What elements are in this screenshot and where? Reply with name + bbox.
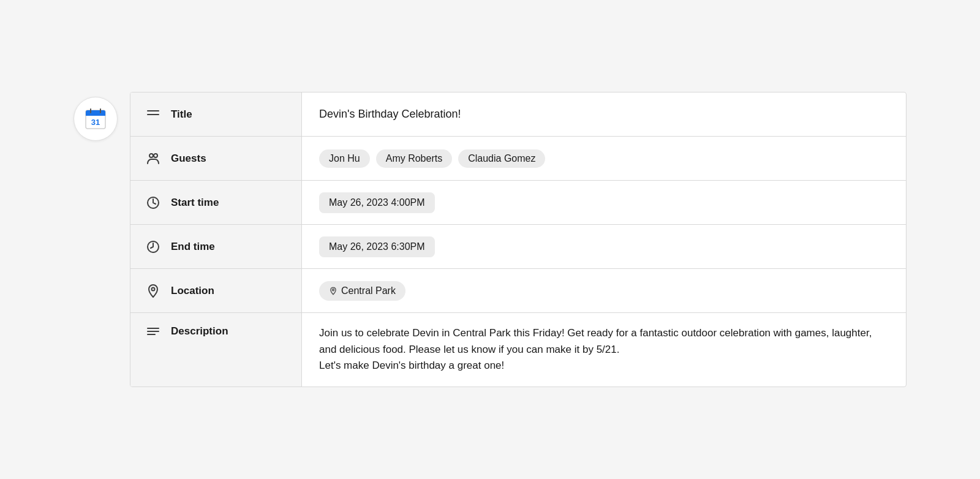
end-time-row: End time May 26, 2023 6:30PM — [130, 225, 906, 269]
svg-point-13 — [333, 289, 334, 291]
svg-point-9 — [154, 154, 157, 157]
guests-label-cell: Guests — [130, 137, 302, 180]
description-text: Join us to celebrate Devin in Central Pa… — [319, 325, 889, 374]
guest-chip-2: Claudia Gomez — [458, 149, 545, 168]
guest-chip-1: Amy Roberts — [376, 149, 452, 168]
card-container: 31 Title Devin's Birthday Celebration! — [61, 80, 919, 399]
svg-text:31: 31 — [91, 118, 100, 127]
location-label-text: Location — [171, 285, 214, 297]
svg-point-8 — [149, 154, 153, 157]
location-row: Location Central Park — [130, 269, 906, 313]
start-time-row: Start time May 26, 2023 4:00PM — [130, 181, 906, 225]
location-value: Central Park — [302, 270, 906, 312]
end-time-icon — [145, 240, 161, 254]
guests-icon — [145, 151, 161, 166]
title-row: Title Devin's Birthday Celebration! — [130, 92, 906, 137]
svg-rect-2 — [86, 114, 105, 116]
description-row: Description Join us to celebrate Devin i… — [130, 313, 906, 386]
guests-label-text: Guests — [171, 153, 206, 165]
description-label-text: Description — [171, 325, 228, 338]
description-value: Join us to celebrate Devin in Central Pa… — [302, 313, 906, 386]
title-value: Devin's Birthday Celebration! — [302, 97, 906, 132]
end-time-label-cell: End time — [130, 225, 302, 268]
description-icon — [145, 325, 161, 340]
description-label-cell: Description — [130, 313, 302, 386]
title-label-cell: Title — [130, 92, 302, 136]
location-chip: Central Park — [319, 281, 405, 301]
guests-value: Jon Hu Amy Roberts Claudia Gomez — [302, 138, 906, 179]
title-label-text: Title — [171, 108, 192, 121]
end-time-value: May 26, 2023 6:30PM — [302, 225, 906, 268]
location-chip-pin-icon — [329, 287, 337, 295]
event-table: Title Devin's Birthday Celebration! — [130, 92, 907, 387]
end-time-label-text: End time — [171, 241, 215, 253]
svg-point-12 — [152, 287, 155, 290]
start-time-label-text: Start time — [171, 197, 219, 209]
guest-chip-0: Jon Hu — [319, 149, 370, 168]
calendar-icon-wrapper: 31 — [74, 97, 118, 141]
location-icon — [145, 284, 161, 298]
guests-row: Guests Jon Hu Amy Roberts Claudia Gomez — [130, 137, 906, 181]
calendar-icon: 31 — [85, 108, 107, 130]
start-time-icon — [145, 195, 161, 210]
location-label-cell: Location — [130, 269, 302, 312]
start-time-label-cell: Start time — [130, 181, 302, 224]
guest-chips-list: Jon Hu Amy Roberts Claudia Gomez — [319, 149, 889, 168]
start-time-value: May 26, 2023 4:00PM — [302, 181, 906, 224]
title-icon — [145, 107, 161, 122]
